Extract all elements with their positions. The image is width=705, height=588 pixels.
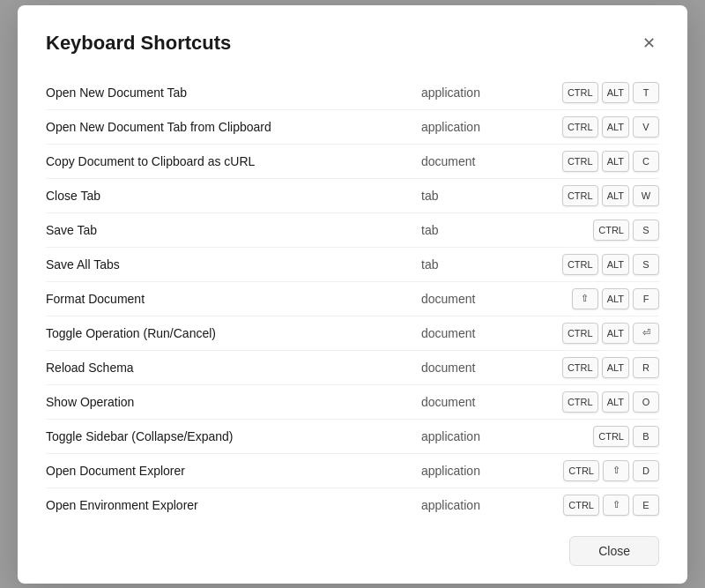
shortcut-keys: ⇧ALTF — [518, 288, 659, 309]
shortcut-row: Save TabtabCTRLS — [46, 213, 659, 248]
key-badge: ⇧ — [603, 495, 629, 516]
key-badge: ALT — [602, 357, 629, 378]
shortcut-name: Save Tab — [46, 223, 421, 237]
modal-title: Keyboard Shortcuts — [46, 32, 231, 55]
shortcut-name: Show Operation — [46, 395, 421, 409]
shortcut-name: Open New Document Tab from Clipboard — [46, 120, 421, 134]
shortcut-context: document — [421, 361, 518, 375]
close-button[interactable]: Close — [569, 536, 659, 566]
shortcut-keys: CTRLS — [518, 220, 659, 241]
key-badge: CTRL — [593, 220, 629, 241]
shortcut-row: Copy Document to Clipboard as cURLdocume… — [46, 145, 659, 179]
key-badge: CTRL — [563, 495, 599, 516]
shortcut-context: tab — [421, 189, 518, 203]
key-badge: S — [633, 254, 659, 275]
key-badge: D — [633, 460, 659, 481]
shortcut-context: tab — [421, 223, 518, 237]
key-badge: ALT — [602, 323, 629, 344]
shortcut-name: Open Environment Explorer — [46, 498, 421, 512]
shortcut-context: document — [421, 326, 518, 340]
shortcut-row: Toggle Sidebar (Collapse/Expand)applicat… — [46, 420, 659, 454]
key-badge: B — [633, 426, 659, 447]
key-badge: T — [633, 82, 659, 103]
shortcut-row: Save All TabstabCTRLALTS — [46, 248, 659, 282]
shortcut-row: Open New Document TabapplicationCTRLALTT — [46, 76, 659, 110]
key-badge: S — [633, 220, 659, 241]
key-badge: E — [633, 495, 659, 516]
key-badge: ⏎ — [633, 323, 659, 344]
shortcut-context: application — [421, 464, 518, 478]
shortcut-context: tab — [421, 257, 518, 272]
modal-header: Keyboard Shortcuts ✕ — [46, 30, 659, 56]
key-badge: ⇧ — [603, 460, 629, 481]
key-badge: CTRL — [562, 357, 598, 378]
shortcut-row: Open Document ExplorerapplicationCTRL⇧D — [46, 454, 659, 488]
key-badge: R — [633, 357, 659, 378]
key-badge: C — [633, 151, 659, 172]
shortcut-keys: CTRL⇧E — [518, 495, 659, 516]
shortcut-name: Toggle Operation (Run/Cancel) — [46, 326, 421, 340]
shortcut-keys: CTRLALTC — [518, 151, 659, 172]
shortcut-row: Open Environment ExplorerapplicationCTRL… — [46, 488, 659, 522]
shortcut-context: application — [421, 120, 518, 134]
shortcut-name: Reload Schema — [46, 361, 421, 375]
key-badge: ALT — [602, 151, 629, 172]
shortcut-row: Open New Document Tab from Clipboardappl… — [46, 110, 659, 145]
keyboard-shortcuts-modal: Keyboard Shortcuts ✕ Open New Document T… — [18, 5, 687, 584]
shortcut-row: Toggle Operation (Run/Cancel)documentCTR… — [46, 316, 659, 351]
shortcut-context: document — [421, 292, 518, 306]
shortcut-context: application — [421, 429, 518, 443]
key-badge: CTRL — [562, 391, 598, 413]
key-badge: ALT — [602, 254, 629, 275]
shortcut-name: Toggle Sidebar (Collapse/Expand) — [46, 429, 421, 443]
shortcut-keys: CTRL⇧D — [518, 460, 659, 481]
shortcut-name: Close Tab — [46, 189, 421, 203]
shortcut-name: Save All Tabs — [46, 257, 421, 272]
key-badge: CTRL — [562, 185, 598, 206]
shortcut-context: document — [421, 395, 518, 409]
key-badge: ALT — [602, 82, 629, 103]
shortcut-keys: CTRLALTS — [518, 254, 659, 275]
shortcut-name: Open New Document Tab — [46, 86, 421, 100]
key-badge: CTRL — [593, 426, 629, 447]
close-x-button[interactable]: ✕ — [639, 30, 659, 56]
shortcut-row: Reload SchemadocumentCTRLALTR — [46, 351, 659, 385]
shortcut-name: Format Document — [46, 292, 421, 306]
key-badge: ⇧ — [572, 288, 598, 309]
shortcut-keys: CTRLALT⏎ — [518, 323, 659, 344]
shortcut-keys: CTRLB — [518, 426, 659, 447]
key-badge: F — [633, 288, 659, 309]
shortcuts-list: Open New Document TabapplicationCTRLALTT… — [46, 76, 659, 522]
modal-footer: Close — [46, 536, 659, 566]
shortcut-row: Show OperationdocumentCTRLALTO — [46, 385, 659, 420]
key-badge: CTRL — [562, 82, 598, 103]
key-badge: CTRL — [562, 151, 598, 172]
key-badge: ALT — [602, 185, 629, 206]
shortcut-row: Format Documentdocument⇧ALTF — [46, 282, 659, 316]
key-badge: CTRL — [562, 323, 598, 344]
key-badge: O — [633, 391, 659, 413]
shortcut-row: Close TabtabCTRLALTW — [46, 179, 659, 213]
key-badge: ALT — [602, 116, 629, 138]
key-badge: W — [633, 185, 659, 206]
key-badge: V — [633, 116, 659, 138]
key-badge: ALT — [602, 288, 629, 309]
shortcut-context: document — [421, 154, 518, 168]
shortcut-keys: CTRLALTT — [518, 82, 659, 103]
key-badge: CTRL — [562, 254, 598, 275]
shortcut-context: application — [421, 498, 518, 512]
shortcut-keys: CTRLALTW — [518, 185, 659, 206]
shortcut-keys: CTRLALTV — [518, 116, 659, 138]
shortcut-name: Copy Document to Clipboard as cURL — [46, 154, 421, 168]
close-x-icon: ✕ — [642, 33, 656, 53]
shortcut-keys: CTRLALTO — [518, 391, 659, 413]
key-badge: CTRL — [562, 116, 598, 138]
key-badge: CTRL — [563, 460, 599, 481]
shortcut-name: Open Document Explorer — [46, 464, 421, 478]
shortcut-context: application — [421, 86, 518, 100]
shortcut-keys: CTRLALTR — [518, 357, 659, 378]
key-badge: ALT — [602, 391, 629, 413]
modal-overlay: Keyboard Shortcuts ✕ Open New Document T… — [0, 0, 705, 588]
